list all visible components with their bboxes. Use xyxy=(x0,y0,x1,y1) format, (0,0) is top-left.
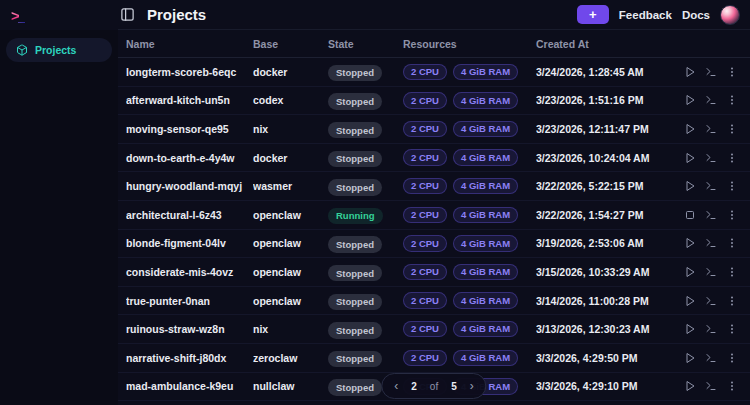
cell-base: docker xyxy=(253,66,328,78)
cell-resources: 2 CPU 4 GiB RAM xyxy=(403,321,536,337)
terminal-button[interactable] xyxy=(705,352,717,364)
terminal-prompt-logo[interactable]: >_ xyxy=(11,7,25,24)
row-menu-button[interactable] xyxy=(726,295,738,307)
table-row[interactable]: considerate-mis-4ovz openclaw Stopped 2 … xyxy=(118,258,750,287)
sidebar-toggle-icon[interactable] xyxy=(120,7,135,22)
table-row[interactable]: blonde-figment-04lv openclaw Stopped 2 C… xyxy=(118,230,750,259)
terminal-button[interactable] xyxy=(705,295,717,307)
chevron-left-icon: ‹ xyxy=(394,379,398,393)
kebab-menu-icon xyxy=(726,94,738,106)
cell-resources: 2 CPU 4 GiB RAM xyxy=(403,350,536,366)
terminal-icon xyxy=(705,380,717,392)
next-page-button[interactable]: › xyxy=(470,380,474,392)
terminal-button[interactable] xyxy=(705,180,717,192)
cell-base: nix xyxy=(253,323,328,335)
cell-base: openclaw xyxy=(253,266,328,278)
state-badge: Stopped xyxy=(328,179,382,195)
row-actions xyxy=(678,152,738,164)
table-row[interactable]: true-punter-0nan openclaw Stopped 2 CPU … xyxy=(118,287,750,316)
cpu-badge: 2 CPU xyxy=(403,178,447,194)
table-row[interactable]: down-to-earth-e-4y4w docker Stopped 2 CP… xyxy=(118,144,750,173)
state-badge: Stopped xyxy=(328,122,382,138)
start-button[interactable] xyxy=(684,123,696,135)
table-row[interactable]: longterm-scoreb-6eqc docker Stopped 2 CP… xyxy=(118,58,750,87)
cell-name: narrative-shift-j80dx xyxy=(126,352,253,364)
add-project-button[interactable]: + xyxy=(577,5,609,24)
main-top-bar: Projects + Feedback Docs xyxy=(118,0,750,30)
row-menu-button[interactable] xyxy=(726,266,738,278)
row-menu-button[interactable] xyxy=(726,380,738,392)
ram-badge: 4 GiB RAM xyxy=(453,64,518,80)
row-actions xyxy=(678,380,738,392)
terminal-button[interactable] xyxy=(705,237,717,249)
table-row[interactable]: narrative-shift-j80dx zeroclaw Stopped 2… xyxy=(118,344,750,373)
start-button[interactable] xyxy=(684,323,696,335)
cell-state: Stopped xyxy=(328,234,403,253)
start-button[interactable] xyxy=(684,352,696,364)
table-row[interactable]: ruinous-straw-wz8n nix Stopped 2 CPU 4 G… xyxy=(118,315,750,344)
cpu-badge: 2 CPU xyxy=(403,264,447,280)
cell-resources: 2 CPU 4 GiB RAM xyxy=(403,207,536,223)
start-button[interactable] xyxy=(684,295,696,307)
row-menu-button[interactable] xyxy=(726,180,738,192)
table-row[interactable]: hungry-woodland-mqyj wasmer Stopped 2 CP… xyxy=(118,172,750,201)
start-button[interactable] xyxy=(684,94,696,106)
state-badge: Running xyxy=(328,208,383,224)
terminal-icon xyxy=(705,352,717,364)
cell-created-at: 3/3/2026, 4:29:50 PM xyxy=(536,352,678,364)
state-badge: Stopped xyxy=(328,65,382,81)
terminal-button[interactable] xyxy=(705,152,717,164)
terminal-button[interactable] xyxy=(705,66,717,78)
row-menu-button[interactable] xyxy=(726,323,738,335)
column-header-resources: Resources xyxy=(403,38,536,50)
cell-name: considerate-mis-4ovz xyxy=(126,266,253,278)
cpu-badge: 2 CPU xyxy=(403,235,447,251)
start-button[interactable] xyxy=(684,66,696,78)
cell-created-at: 3/22/2026, 5:22:15 PM xyxy=(536,180,678,192)
terminal-button[interactable] xyxy=(705,123,717,135)
row-menu-button[interactable] xyxy=(726,209,738,221)
start-button[interactable] xyxy=(684,237,696,249)
row-menu-button[interactable] xyxy=(726,66,738,78)
terminal-button[interactable] xyxy=(705,380,717,392)
row-menu-button[interactable] xyxy=(726,123,738,135)
play-icon xyxy=(684,123,696,135)
kebab-menu-icon xyxy=(726,180,738,192)
table-row[interactable]: afterward-kitch-un5n codex Stopped 2 CPU… xyxy=(118,87,750,116)
table-row[interactable]: architectural-l-6z43 openclaw Running 2 … xyxy=(118,201,750,230)
row-menu-button[interactable] xyxy=(726,152,738,164)
table-header-row: Name Base State Resources Created At xyxy=(118,30,750,58)
state-badge: Stopped xyxy=(328,265,382,281)
terminal-icon xyxy=(705,237,717,249)
row-actions xyxy=(678,352,738,364)
total-pages: 5 xyxy=(451,381,457,392)
terminal-button[interactable] xyxy=(705,209,717,221)
cell-name: longterm-scoreb-6eqc xyxy=(126,66,253,78)
prev-page-button[interactable]: ‹ xyxy=(394,380,398,392)
start-button[interactable] xyxy=(684,266,696,278)
docs-link[interactable]: Docs xyxy=(682,9,710,21)
ram-badge: 4 GiB RAM xyxy=(453,235,518,251)
terminal-button[interactable] xyxy=(705,266,717,278)
stop-button[interactable] xyxy=(684,209,696,221)
start-button[interactable] xyxy=(684,152,696,164)
row-menu-button[interactable] xyxy=(726,237,738,249)
row-menu-button[interactable] xyxy=(726,352,738,364)
terminal-icon xyxy=(705,123,717,135)
start-button[interactable] xyxy=(684,180,696,192)
terminal-button[interactable] xyxy=(705,94,717,106)
feedback-link[interactable]: Feedback xyxy=(619,9,672,21)
play-icon xyxy=(684,152,696,164)
terminal-icon xyxy=(705,323,717,335)
terminal-button[interactable] xyxy=(705,323,717,335)
current-page: 2 xyxy=(411,381,417,392)
play-icon xyxy=(684,266,696,278)
row-menu-button[interactable] xyxy=(726,94,738,106)
cell-state: Stopped xyxy=(328,291,403,310)
state-badge: Stopped xyxy=(328,322,382,338)
sidebar-item-projects[interactable]: Projects xyxy=(6,38,112,62)
table-row[interactable]: moving-sensor-qe95 nix Stopped 2 CPU 4 G… xyxy=(118,115,750,144)
user-avatar[interactable] xyxy=(720,5,740,25)
cpu-badge: 2 CPU xyxy=(403,121,447,137)
start-button[interactable] xyxy=(684,380,696,392)
